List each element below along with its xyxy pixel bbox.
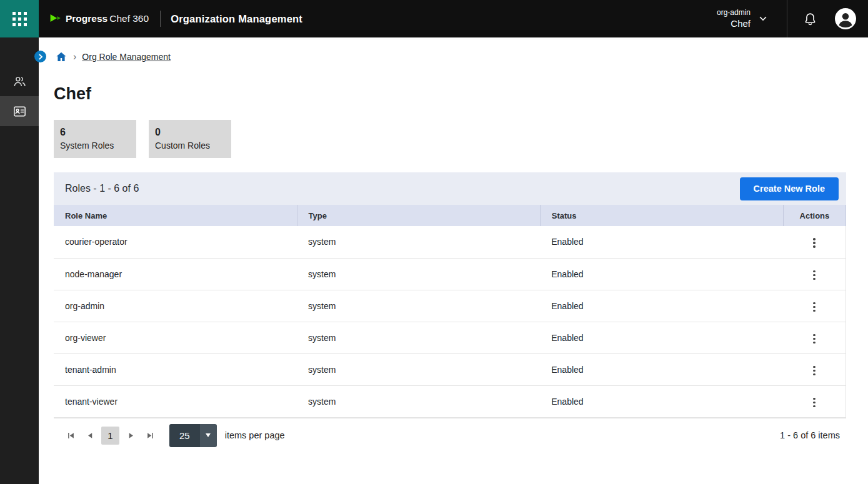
custom-roles-label: Custom Roles bbox=[155, 139, 225, 152]
table-row: org-viewer system Enabled bbox=[54, 322, 846, 353]
roles-table-body: courier-operator system Enabled node-man… bbox=[54, 226, 846, 417]
roles-table: Role Name Type Status Actions courier-op… bbox=[54, 205, 846, 418]
home-icon bbox=[55, 51, 67, 63]
next-icon bbox=[127, 432, 135, 440]
app-grid-icon bbox=[12, 12, 27, 26]
row-actions-kebab-button[interactable] bbox=[807, 394, 822, 412]
chevron-right-icon bbox=[37, 54, 44, 60]
app-title: Organization Management bbox=[171, 13, 302, 25]
cell-role-name: org-admin bbox=[54, 290, 297, 322]
app-switcher-button[interactable] bbox=[0, 0, 39, 37]
create-new-role-button[interactable]: Create New Role bbox=[740, 177, 839, 200]
breadcrumb-link-org-role-management[interactable]: Org Role Management bbox=[82, 52, 171, 62]
cell-role-name: courier-operator bbox=[54, 226, 297, 258]
sidebar-expand-button[interactable] bbox=[34, 51, 46, 62]
cell-type: system bbox=[297, 353, 540, 385]
previous-icon bbox=[86, 432, 94, 440]
brand-name-chef360: Chef 360 bbox=[109, 13, 149, 24]
row-actions-kebab-button[interactable] bbox=[807, 267, 822, 284]
cell-role-name: org-viewer bbox=[54, 322, 297, 353]
users-icon bbox=[12, 74, 27, 89]
caret-down-icon bbox=[206, 433, 211, 437]
stats-row: 6 System Roles 0 Custom Roles bbox=[54, 120, 846, 158]
row-actions-kebab-button[interactable] bbox=[807, 234, 822, 252]
column-header-status: Status bbox=[540, 205, 783, 226]
sidebar-item-users[interactable] bbox=[0, 66, 39, 96]
topbar-separator bbox=[787, 0, 787, 37]
first-page-button[interactable] bbox=[62, 427, 79, 443]
table-row: node-manager system Enabled bbox=[54, 258, 846, 290]
column-header-role-name: Role Name bbox=[54, 205, 297, 226]
notifications-button[interactable] bbox=[803, 12, 817, 26]
breadcrumb-home-button[interactable] bbox=[55, 51, 67, 63]
items-per-page-label: items per page bbox=[225, 430, 285, 440]
cell-type: system bbox=[297, 290, 540, 322]
items-range-label: 1 - 6 of 6 items bbox=[780, 430, 840, 440]
column-header-actions: Actions bbox=[783, 205, 846, 226]
brand-logo[interactable]: Progress Chef 360 bbox=[49, 12, 149, 26]
table-row: tenant-viewer system Enabled bbox=[54, 385, 846, 417]
system-roles-label: System Roles bbox=[60, 139, 130, 152]
user-avatar-button[interactable] bbox=[834, 7, 857, 30]
role-badge-icon bbox=[12, 104, 27, 119]
cell-type: system bbox=[297, 385, 540, 417]
pager: 1 bbox=[62, 427, 158, 445]
breadcrumb-separator-icon: › bbox=[73, 52, 76, 62]
roles-card: Roles - 1 - 6 of 6 Create New Role Role … bbox=[54, 172, 846, 453]
topbar: Progress Chef 360 Organization Managemen… bbox=[0, 0, 868, 37]
cell-status: Enabled bbox=[540, 290, 783, 322]
pagination-bar: 1 25 bbox=[54, 418, 846, 453]
column-header-type: Type bbox=[297, 205, 540, 226]
row-actions-kebab-button[interactable] bbox=[807, 299, 822, 316]
dropdown-arrow-section bbox=[200, 424, 217, 447]
stat-card-system-roles: 6 System Roles bbox=[54, 120, 136, 158]
cell-role-name: tenant-admin bbox=[54, 353, 297, 385]
table-row: courier-operator system Enabled bbox=[54, 226, 846, 258]
page-size-value: 25 bbox=[169, 424, 200, 447]
cell-role-name: node-manager bbox=[54, 258, 297, 290]
bell-icon bbox=[803, 12, 817, 26]
cell-type: system bbox=[297, 322, 540, 353]
cell-status: Enabled bbox=[540, 322, 783, 353]
system-roles-count: 6 bbox=[60, 126, 130, 139]
cell-type: system bbox=[297, 258, 540, 290]
table-row: org-admin system Enabled bbox=[54, 290, 846, 322]
row-actions-kebab-button[interactable] bbox=[807, 362, 822, 380]
skip-last-icon bbox=[146, 432, 154, 440]
main-content: › Org Role Management Chef 6 System Role… bbox=[39, 0, 868, 453]
cell-role-name: tenant-viewer bbox=[54, 385, 297, 417]
cell-status: Enabled bbox=[540, 353, 783, 385]
account-switcher[interactable]: org-admin Chef bbox=[717, 8, 751, 29]
account-role-label: org-admin bbox=[717, 8, 751, 17]
cell-actions bbox=[783, 226, 846, 258]
sidebar-item-roles[interactable] bbox=[0, 96, 39, 126]
cell-actions bbox=[783, 353, 846, 385]
cell-type: system bbox=[297, 226, 540, 258]
row-actions-kebab-button[interactable] bbox=[807, 330, 822, 348]
cell-actions bbox=[783, 322, 846, 353]
roles-card-title: Roles - 1 - 6 of 6 bbox=[65, 183, 139, 194]
page-title: Chef bbox=[54, 84, 846, 104]
custom-roles-count: 0 bbox=[155, 126, 225, 139]
user-avatar-icon bbox=[834, 7, 857, 30]
stat-card-custom-roles: 0 Custom Roles bbox=[149, 120, 231, 158]
cell-status: Enabled bbox=[540, 226, 783, 258]
table-header-row: Role Name Type Status Actions bbox=[54, 205, 846, 226]
account-org-label: Chef bbox=[717, 17, 751, 29]
last-page-button[interactable] bbox=[142, 427, 158, 443]
progress-chef-logo-icon bbox=[49, 12, 62, 26]
page-number-button[interactable]: 1 bbox=[101, 427, 119, 445]
cell-status: Enabled bbox=[540, 258, 783, 290]
breadcrumb: › Org Role Management bbox=[54, 51, 846, 63]
topbar-divider bbox=[160, 11, 161, 27]
next-page-button[interactable] bbox=[122, 427, 139, 443]
roles-card-toolbar: Roles - 1 - 6 of 6 Create New Role bbox=[54, 172, 846, 205]
cell-actions bbox=[783, 385, 846, 417]
cell-status: Enabled bbox=[540, 385, 783, 417]
skip-first-icon bbox=[67, 432, 75, 440]
cell-actions bbox=[783, 258, 846, 290]
page-size-dropdown[interactable]: 25 bbox=[169, 424, 217, 447]
previous-page-button[interactable] bbox=[82, 427, 98, 443]
chevron-down-icon bbox=[759, 16, 767, 21]
account-chevron-button[interactable] bbox=[757, 14, 769, 24]
